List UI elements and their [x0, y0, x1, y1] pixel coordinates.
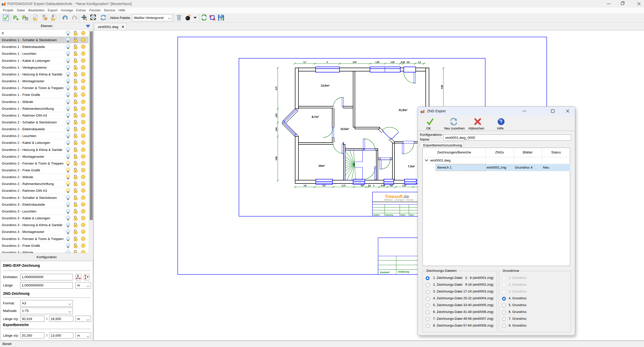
svg-text:P: P: [13, 14, 17, 21]
svg-text:Y: Y: [87, 275, 89, 279]
svg-text:?: ?: [500, 119, 502, 124]
svg-text:X: X: [77, 274, 79, 278]
